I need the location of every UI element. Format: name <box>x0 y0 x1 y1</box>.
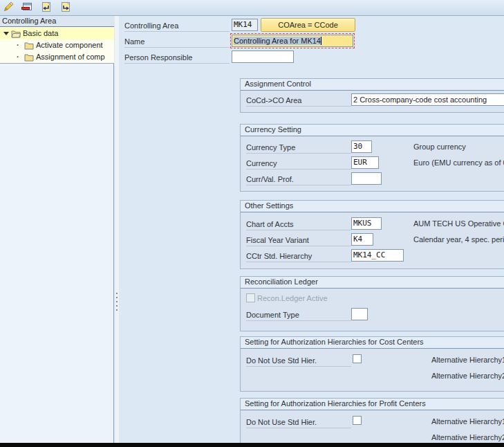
assignment-control-title: Assignment Control <box>241 79 504 91</box>
auth-profit-centers-group: Setting for Authorization Hierarchies fo… <box>240 398 504 447</box>
currency-type-description: Group currency <box>413 143 504 151</box>
person-responsible-label: Person Responsible <box>124 53 230 64</box>
display-change-icon[interactable] <box>21 1 33 14</box>
tree-item-label[interactable]: Activate component <box>36 39 103 51</box>
chart-of-accts-label: Chart of Accts <box>246 219 351 230</box>
cc-do-not-use-std-hier-checkbox[interactable] <box>353 354 362 363</box>
currency-setting-title: Currency Setting <box>241 125 504 136</box>
navigation-tree-panel: Controlling Area Basic data · <box>0 16 114 443</box>
pc-do-not-use-std-hier-label: Do Not Use Std Hier. <box>246 417 351 428</box>
auth-cost-centers-title: Setting for Authorization Hierarchies fo… <box>241 337 504 349</box>
fiscal-year-variant-label: Fiscal Year Variant <box>246 235 351 246</box>
name-field-selected-text: Controlling Area for MK14 <box>234 37 321 45</box>
splitter-grip-icon <box>116 293 118 294</box>
splitter-grip-icon <box>116 309 118 311</box>
pc-do-not-use-std-hier-checkbox[interactable] <box>353 416 362 425</box>
cc-alternative-hierarchy2-label: Alternative Hierarchy2 <box>431 372 504 380</box>
other-settings-title: Other Settings <box>241 201 504 212</box>
fiscal-year-variant-field[interactable]: K4 <box>351 233 373 246</box>
pc-alternative-hierarchy2-label: Alternative Hierarchy2 <box>431 433 504 441</box>
tree-header: Controlling Area <box>0 16 114 27</box>
coarea-ccode-button[interactable]: COArea = CCode <box>261 18 355 32</box>
controlling-area-field[interactable]: MK14 <box>232 19 258 31</box>
cocd-co-area-label: CoCd->CO Area <box>246 95 351 107</box>
reconciliation-ledger-group: Reconciliation Ledger Recon.Ledger Activ… <box>240 276 504 331</box>
open-folder-icon <box>11 30 21 37</box>
page-arrow-left-icon[interactable] <box>40 1 53 14</box>
name-field[interactable]: Controlling Area for MK14 <box>232 35 353 47</box>
currency-type-label: Currency Type <box>246 143 351 154</box>
reconciliation-ledger-title: Reconciliation Ledger <box>241 277 504 289</box>
currency-field[interactable]: EUR <box>351 156 379 169</box>
document-type-field[interactable] <box>351 308 368 320</box>
document-type-label: Document Type <box>246 310 351 321</box>
controlling-area-label: Controlling Area <box>124 21 230 32</box>
splitter-grip-icon <box>116 305 118 307</box>
curr-val-prof-field[interactable] <box>351 172 382 185</box>
detail-form-area: Controlling Area MK14 COArea = CCode Nam… <box>119 16 504 447</box>
auth-profit-centers-title: Setting for Authorization Hierarchies fo… <box>241 399 504 410</box>
tree-item-activate-components[interactable]: · Activate component <box>0 39 114 51</box>
curr-val-prof-label: Curr/Val. Prof. <box>246 174 351 185</box>
other-settings-group: Other Settings Chart of Accts MKUS AUM T… <box>240 200 504 269</box>
tree-bullet: · <box>17 39 19 51</box>
cc-do-not-use-std-hier-label: Do Not Use Std Hier. <box>246 356 351 367</box>
tree-item-basic-data[interactable]: Basic data <box>0 28 114 39</box>
tree-item-label[interactable]: Basic data <box>23 28 58 39</box>
chart-of-accts-description: AUM TECH US Operative Chart of Accounts <box>413 219 504 228</box>
assignment-control-group: Assignment Control CoCd->CO Area 2 Cross… <box>240 78 504 113</box>
currency-label: Currency <box>246 158 351 170</box>
recon-ledger-active-label: Recon.Ledger Active <box>257 294 328 302</box>
bottom-bar <box>0 443 504 447</box>
tree-bullet: · <box>17 51 19 63</box>
application-toolbar <box>0 0 504 16</box>
closed-folder-icon <box>24 42 34 49</box>
sap-controlling-area-window: Controlling Area Basic data · <box>0 0 504 447</box>
auth-cost-centers-group: Setting for Authorization Hierarchies fo… <box>240 336 504 392</box>
chart-of-accts-field[interactable]: MKUS <box>351 217 382 230</box>
tree-item-label[interactable]: Assignment of comp <box>36 51 105 63</box>
fiscal-year-variant-description: Calendar year, 4 spec. periods <box>413 235 504 244</box>
page-arrow-right-icon[interactable] <box>59 1 72 14</box>
pc-alternative-hierarchy1-label: Alternative Hierarchy1 <box>431 417 504 426</box>
splitter-grip-icon <box>116 301 118 302</box>
text-cursor <box>321 37 321 45</box>
currency-setting-group: Currency Setting Currency Type 30 Group … <box>240 124 504 192</box>
splitter-grip-icon <box>116 297 118 298</box>
currency-type-field[interactable]: 30 <box>351 140 372 153</box>
cctr-std-hierarchy-field[interactable]: MK14_CC <box>351 249 404 262</box>
cocd-co-area-field[interactable]: 2 Cross-company-code cost accounting <box>351 93 504 106</box>
recon-ledger-active-checkbox <box>246 293 255 302</box>
cctr-std-hierarchy-label: CCtr Std. Hierarchy <box>246 251 351 262</box>
cc-alternative-hierarchy1-label: Alternative Hierarchy1 <box>431 356 504 364</box>
tree-item-assignment-of-company[interactable]: · Assignment of comp <box>0 51 114 63</box>
name-label: Name <box>124 37 230 48</box>
tree-rows: Basic data · Activate component · <box>0 27 114 64</box>
closed-folder-icon <box>24 53 34 61</box>
person-responsible-field[interactable] <box>232 51 294 63</box>
edit-pencil-icon[interactable] <box>1 1 14 14</box>
expand-triangle-icon[interactable] <box>3 32 9 35</box>
currency-description: Euro (EMU currency as of 0… <box>413 158 504 167</box>
